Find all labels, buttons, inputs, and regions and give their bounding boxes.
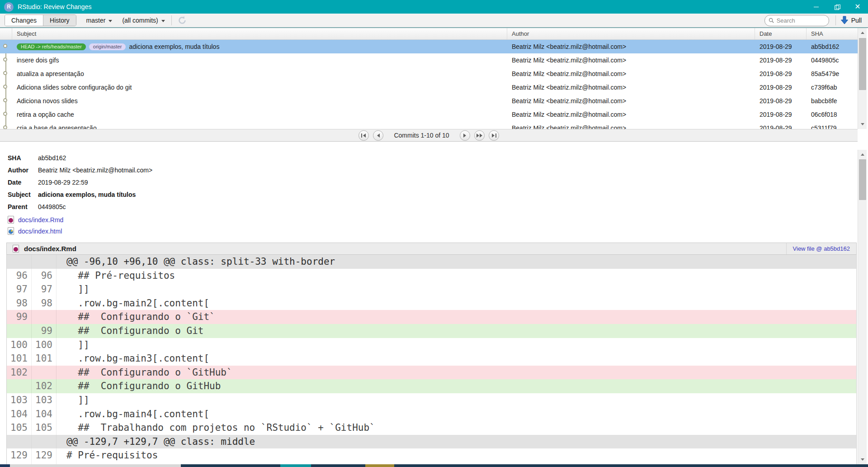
- diff-line-add: 99 ## Configurando o Git: [7, 324, 856, 338]
- pull-button[interactable]: Pull: [840, 16, 862, 25]
- scrollbar-thumb[interactable]: [859, 159, 866, 200]
- commit-node-icon: [3, 85, 7, 89]
- commit-author: Beatriz Milz <beatriz.milz@hotmail.com>: [507, 57, 755, 64]
- commit-row[interactable]: Adiciona slides sobre configuração do gi…: [0, 81, 858, 94]
- search-icon: [769, 17, 774, 24]
- strip-segment: [280, 464, 311, 467]
- detail-value: ab5bd162: [38, 154, 66, 162]
- diff-code-text: ]]: [57, 338, 856, 352]
- diff-code-text: ]]: [57, 393, 856, 407]
- detail-row-subject: Subjectadiciona exemplos, muda títulos: [8, 188, 152, 200]
- diff-code-text: ## Configurando o `Git`: [57, 310, 856, 324]
- scroll-down-arrow-icon[interactable]: [858, 455, 867, 464]
- commit-row[interactable]: atualiza a apresentaçãoBeatriz Milz <bea…: [0, 67, 858, 81]
- scroll-up-arrow-icon[interactable]: [858, 29, 867, 37]
- close-button[interactable]: ✕: [847, 0, 868, 14]
- diff-line-ctx: 9696 ## Pré-requisitos: [7, 269, 856, 283]
- detail-row-author: AuthorBeatriz Milz <beatriz.milz@hotmail…: [8, 164, 152, 176]
- tab-changes[interactable]: Changes: [5, 15, 43, 26]
- rmd-file-icon: [13, 245, 19, 253]
- commit-row[interactable]: insere dois gifsBeatriz Milz <beatriz.mi…: [0, 53, 858, 67]
- commit-author: Beatriz Milz <beatriz.milz@hotmail.com>: [507, 43, 755, 50]
- commit-date: 2019-08-29: [755, 124, 807, 129]
- commit-filter-label: (all commits): [122, 17, 158, 24]
- commit-subject: HEAD -> refs/heads/masterorigin/masterad…: [12, 43, 507, 50]
- commit-node-icon: [3, 44, 7, 48]
- minimize-button[interactable]: [806, 0, 826, 14]
- diff-code-text: ## Configurando o GitHub: [57, 379, 856, 393]
- commit-row[interactable]: Adiciona novos slidesBeatriz Milz <beatr…: [0, 94, 858, 108]
- diff-line-ctx: 129129# Pré-requisitos: [7, 448, 856, 462]
- minimize-icon: [814, 7, 819, 7]
- new-line-number: [32, 310, 57, 324]
- restore-button[interactable]: [826, 0, 847, 14]
- detail-label: Author: [8, 167, 38, 174]
- diff-code-text: .row.bg-main4[.content[: [57, 407, 856, 421]
- page-first-button[interactable]: [359, 130, 369, 141]
- old-line-number: 104: [7, 407, 32, 421]
- commit-sha: 85a5479e: [807, 70, 858, 77]
- page-prev-button[interactable]: [373, 130, 383, 141]
- bottom-edge-strip: [0, 464, 868, 467]
- branch-label: master: [86, 17, 106, 24]
- commit-graph-node-cell: [0, 121, 12, 129]
- commit-subject: Adiciona novos slides: [12, 97, 507, 105]
- commit-date: 2019-08-29: [755, 97, 807, 105]
- refresh-button[interactable]: [177, 15, 187, 25]
- search-input[interactable]: [777, 17, 825, 24]
- tab-history[interactable]: History: [43, 15, 76, 26]
- page-fast-button[interactable]: [474, 130, 485, 141]
- old-line-number: [7, 379, 32, 393]
- detail-row-date: Date2019-08-29 22:59: [8, 176, 152, 188]
- commit-author: Beatriz Milz <beatriz.milz@hotmail.com>: [507, 97, 755, 105]
- page-last-button[interactable]: [489, 130, 499, 141]
- new-line-number: 100: [32, 338, 57, 352]
- pagination-bar: Commits 1-10 of 10: [0, 129, 858, 142]
- commit-graph-node-cell: [0, 94, 12, 108]
- new-line-number: 104: [32, 407, 57, 421]
- diff-code-text: ## Configurando o Git: [57, 324, 856, 338]
- detail-value: 0449805c: [38, 203, 66, 210]
- commit-row[interactable]: cria a base da apresentaçãoBeatriz Milz …: [0, 121, 858, 129]
- detail-row-parent: Parent0449805c: [8, 200, 152, 213]
- commit-table-scrollbar[interactable]: [858, 28, 867, 129]
- commit-author: Beatriz Milz <beatriz.milz@hotmail.com>: [507, 111, 755, 118]
- commit-sha: babcb8fe: [807, 97, 858, 105]
- old-line-number: [7, 435, 32, 449]
- commit-filter-dropdown[interactable]: (all commits): [122, 17, 165, 24]
- header-sha: SHA: [807, 28, 858, 39]
- new-line-number: 97: [32, 282, 57, 296]
- html-file-icon: [8, 227, 14, 235]
- scroll-down-arrow-icon[interactable]: [858, 120, 867, 129]
- refresh-icon: [177, 15, 187, 25]
- file-link[interactable]: docs/index.Rmd: [8, 214, 63, 225]
- strip-segment: [0, 464, 10, 467]
- commit-row[interactable]: retira a opção cacheBeatriz Milz <beatri…: [0, 108, 858, 121]
- commit-sha: c739f6ab: [807, 84, 858, 91]
- detail-pane-scrollbar[interactable]: [858, 150, 867, 464]
- new-line-number: [32, 255, 57, 269]
- view-file-link[interactable]: View file @ ab5bd162: [786, 243, 856, 254]
- diff-line-ctx: 9797 ]]: [7, 282, 856, 296]
- commit-node-icon: [3, 57, 7, 62]
- diff-line-ctx: 101101 .row.bg-main3[.content[: [7, 352, 856, 366]
- rstudio-review-changes-window: R RStudio: Review Changes ✕ Changes Hist…: [0, 0, 868, 467]
- diff-line-del: 99 ## Configurando o `Git`: [7, 310, 856, 324]
- toolbar: Changes History master (all commits): [0, 14, 868, 28]
- commit-date: 2019-08-29: [755, 111, 807, 118]
- branch-dropdown[interactable]: master: [86, 17, 113, 24]
- commit-row[interactable]: HEAD -> refs/heads/masterorigin/masterad…: [0, 40, 858, 53]
- page-next-button[interactable]: [460, 130, 470, 141]
- new-line-number: 99: [32, 324, 57, 338]
- old-line-number: 96: [7, 269, 32, 283]
- scrollbar-thumb[interactable]: [859, 38, 866, 90]
- commit-sha: 0449805c: [807, 57, 858, 64]
- commit-author: Beatriz Milz <beatriz.milz@hotmail.com>: [507, 124, 755, 129]
- commit-sha: 06c6f018: [807, 111, 858, 118]
- scroll-up-arrow-icon[interactable]: [858, 150, 867, 159]
- search-box[interactable]: [764, 15, 829, 26]
- diff-code-text: @@ -129,7 +129,7 @@ class: middle: [57, 435, 856, 449]
- file-link[interactable]: docs/index.html: [8, 225, 63, 237]
- commit-detail-pane: SHAab5bd162AuthorBeatriz Milz <beatriz.m…: [0, 142, 858, 467]
- commit-graph-node-cell: [0, 108, 12, 121]
